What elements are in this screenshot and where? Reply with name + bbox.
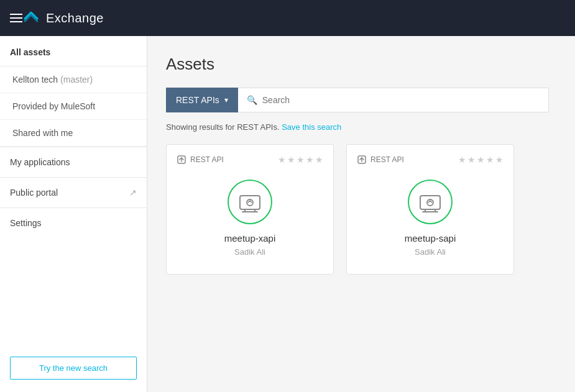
search-input[interactable] <box>262 95 540 105</box>
card-1-type: REST API <box>357 155 404 165</box>
card-0-logo-icon <box>237 189 262 214</box>
sidebar: All assets Kellton tech (master) Provide… <box>0 36 147 392</box>
filter-dropdown-button[interactable]: REST APIs ▾ <box>166 88 238 112</box>
main-content: Assets REST APIs ▾ 🔍 Showing results for… <box>147 36 575 392</box>
card-0-header: REST API ★★★★★ <box>177 155 323 165</box>
card-1-type-label: REST API <box>370 155 404 164</box>
card-0-stars: ★★★★★ <box>278 155 323 165</box>
filter-dropdown-label: REST APIs <box>176 95 219 105</box>
app-header: Exchange <box>0 0 575 36</box>
app-title: Exchange <box>46 11 104 25</box>
sidebar-item-settings[interactable]: Settings <box>0 208 147 238</box>
sidebar-publicportal-label: Public portal <box>10 188 58 198</box>
all-assets-section[interactable]: All assets <box>0 36 147 66</box>
card-0-logo <box>228 180 272 224</box>
card-1-logo-icon <box>418 189 443 214</box>
sidebar-myapps-label: My applications <box>10 157 70 167</box>
card-0-body: meetup-xapi Sadik Ali <box>177 175 323 264</box>
results-text: Showing results for REST APIs. <box>166 122 280 132</box>
sidebar-kellton-label: Kellton tech <box>12 75 60 84</box>
rest-api-icon-1 <box>357 155 367 165</box>
sidebar-item-mulesoft[interactable]: Provided by MuleSoft <box>0 93 147 120</box>
card-0-author: Sadik Ali <box>234 247 265 257</box>
card-1-header: REST API ★★★★★ <box>357 155 504 165</box>
save-search-link[interactable]: Save this search <box>282 122 341 132</box>
sidebar-item-shared[interactable]: Shared with me <box>0 120 147 147</box>
results-info: Showing results for REST APIs. Save this… <box>166 122 556 132</box>
sidebar-bottom: Try the new search <box>0 344 147 392</box>
page-title: Assets <box>166 55 556 74</box>
search-box: 🔍 <box>238 88 549 112</box>
card-1-author: Sadik Ali <box>415 247 446 257</box>
svg-rect-4 <box>420 196 440 209</box>
card-0-name: meetup-xapi <box>224 233 276 244</box>
search-icon: 🔍 <box>247 95 257 105</box>
sidebar-item-publicportal[interactable]: Public portal ↗ <box>0 178 147 207</box>
svg-rect-1 <box>240 196 260 209</box>
card-1-name: meetup-sapi <box>405 233 456 244</box>
try-new-search-button[interactable]: Try the new search <box>10 357 137 380</box>
filter-bar: REST APIs ▾ 🔍 <box>166 88 556 112</box>
external-link-icon: ↗ <box>129 188 137 198</box>
asset-card-1[interactable]: REST API ★★★★★ <box>346 144 514 275</box>
card-0-type-label: REST API <box>190 155 224 164</box>
chevron-down-icon: ▾ <box>224 96 228 104</box>
cards-grid: REST API ★★★★★ <box>166 144 556 275</box>
asset-card-0[interactable]: REST API ★★★★★ <box>166 144 334 275</box>
sidebar-item-myapps[interactable]: My applications <box>0 147 147 177</box>
card-1-stars: ★★★★★ <box>458 155 504 165</box>
card-1-logo <box>408 180 453 224</box>
main-layout: All assets Kellton tech (master) Provide… <box>0 36 575 392</box>
app-logo: Exchange <box>22 7 104 29</box>
sidebar-master-tag: (master) <box>60 75 93 84</box>
sidebar-item-kellton[interactable]: Kellton tech (master) <box>0 66 147 93</box>
card-0-type: REST API <box>177 155 224 165</box>
sidebar-settings-label: Settings <box>10 218 42 228</box>
exchange-logo-icon <box>22 7 40 29</box>
rest-api-icon-0 <box>177 155 186 165</box>
menu-icon[interactable] <box>10 14 22 22</box>
card-1-body: meetup-sapi Sadik Ali <box>357 175 504 264</box>
